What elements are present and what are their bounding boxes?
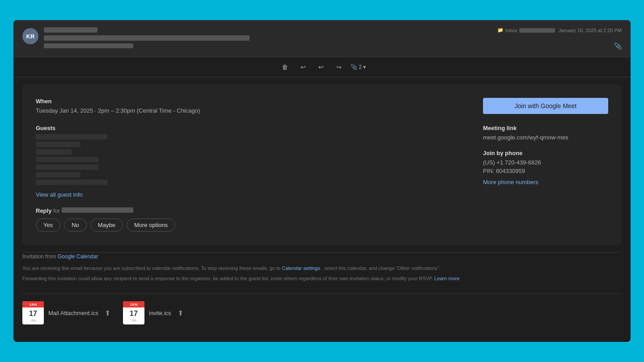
inbox-label: Inbox bbox=[505, 28, 517, 33]
reply-all-icon: ↩ bbox=[318, 63, 324, 71]
inbox-folder-icon: 📁 bbox=[497, 27, 504, 33]
learn-more-link[interactable]: Learn more bbox=[434, 276, 459, 281]
notice-text: You are receiving this email because you… bbox=[22, 265, 280, 271]
guest-item bbox=[36, 142, 80, 147]
paperclip-icon: 📎 bbox=[351, 64, 357, 70]
meeting-link-label: Meeting link bbox=[483, 125, 608, 131]
trash-icon: 🗑 bbox=[282, 63, 288, 71]
email-footer: Invitation from Google Calendar You are … bbox=[13, 253, 631, 294]
attachment-item-1: JAN 17 .ics Mail Attachment.ics ⬆ bbox=[22, 301, 112, 324]
email-toolbar: 🗑 ↩ ↩ ↪ 📎 2 ▾ bbox=[13, 57, 631, 77]
event-right-column: Join with Google Meet Meeting link meet.… bbox=[483, 98, 608, 232]
when-label: When bbox=[36, 98, 465, 105]
reply-label: Reply for bbox=[36, 207, 465, 214]
attachment-item-2: JAN 17 .ics invite.ics ⬆ bbox=[123, 301, 185, 324]
event-card: When Tuesday Jan 14, 2025 · 2pm – 2:30pm… bbox=[22, 84, 622, 245]
attachment-type-2: .ics bbox=[131, 318, 136, 322]
reply-icon: ↩ bbox=[301, 63, 306, 71]
email-header-meta: 📁 Inbox January 10, 2025 at 2:20 PM bbox=[497, 27, 622, 33]
notice-text2: , select this calendar, and change "Othe… bbox=[322, 265, 441, 271]
reply-buttons: Yes No Maybe More options bbox=[36, 219, 465, 232]
more-options-button[interactable]: More options bbox=[127, 219, 175, 232]
attachment-filename-1: Mail Attachment.ics bbox=[48, 310, 98, 316]
reply-button[interactable]: ↩ bbox=[297, 62, 309, 72]
reply-text: Reply bbox=[36, 207, 51, 214]
guests-section: Guests View all guest info bbox=[36, 125, 465, 198]
email-to bbox=[44, 43, 622, 50]
phone-pin: PIN: 604330959 bbox=[483, 168, 608, 174]
more-phone-numbers-link[interactable]: More phone numbers bbox=[483, 179, 538, 185]
email-subject bbox=[44, 35, 622, 42]
attachment-date-1: 17 bbox=[29, 310, 37, 317]
inbox-indicator: 📁 Inbox bbox=[497, 27, 555, 33]
footer-invitation: Invitation from Google Calendar bbox=[22, 253, 622, 261]
google-calendar-link[interactable]: Google Calendar bbox=[58, 253, 98, 260]
reply-section: Reply for Yes No Maybe More options bbox=[36, 207, 465, 232]
maybe-button[interactable]: Maybe bbox=[90, 219, 123, 232]
attachment-month-bar-2: JAN bbox=[123, 301, 144, 307]
attachment-icon-2: JAN 17 .ics bbox=[123, 301, 144, 324]
email-date: January 10, 2025 at 2:20 PM bbox=[559, 28, 622, 33]
guest-item bbox=[36, 180, 107, 185]
meeting-link-section: Meeting link meet.google.com/wyf-qmnw-me… bbox=[483, 125, 608, 141]
guest-item bbox=[36, 149, 72, 155]
footer-forwarding-notice: Forwarding this invitation could allow a… bbox=[22, 275, 622, 282]
attachment-month-bar-1: JAN bbox=[22, 301, 44, 307]
yes-button[interactable]: Yes bbox=[36, 219, 60, 232]
guest-item bbox=[36, 164, 98, 170]
guests-label: Guests bbox=[36, 125, 465, 131]
attachment-download-2[interactable]: ⬆ bbox=[176, 307, 185, 319]
attachment-clip-icon: 📎 bbox=[614, 42, 622, 50]
guest-list bbox=[36, 134, 465, 185]
join-by-phone-label: Join by phone bbox=[483, 150, 608, 156]
delete-button[interactable]: 🗑 bbox=[278, 62, 292, 72]
download-icon-1: ⬆ bbox=[105, 309, 110, 317]
avatar: KR bbox=[22, 28, 38, 44]
attachments-number: 2 bbox=[359, 64, 362, 70]
no-button[interactable]: No bbox=[64, 219, 87, 232]
join-meet-button[interactable]: Join with Google Meet bbox=[483, 98, 608, 114]
view-guest-info-link[interactable]: View all guest info bbox=[36, 191, 83, 198]
reply-for-text: for bbox=[53, 207, 62, 214]
attachment-icon-1: JAN 17 .ics bbox=[22, 301, 44, 324]
calendar-settings-link[interactable]: Calendar settings bbox=[282, 265, 320, 271]
join-by-phone-section: Join by phone (US) +1 720-439-6826 PIN: … bbox=[483, 150, 608, 186]
forwarding-notice-text: Forwarding this invitation could allow a… bbox=[22, 276, 433, 281]
invitation-from-text: Invitation from bbox=[22, 253, 56, 260]
attachment-filename-2: invite.ics bbox=[149, 310, 171, 316]
attachment-download-1[interactable]: ⬆ bbox=[103, 307, 112, 319]
forward-button[interactable]: ↪ bbox=[333, 62, 345, 72]
phone-number: (US) +1 720-439-6826 bbox=[483, 159, 608, 166]
forward-icon: ↪ bbox=[336, 63, 342, 71]
guest-item bbox=[36, 172, 80, 177]
guest-item bbox=[36, 157, 98, 162]
event-when-time: Tuesday Jan 14, 2025 · 2pm – 2:30pm (Cen… bbox=[36, 107, 465, 114]
attachments-section: JAN 17 .ics Mail Attachment.ics ⬆ JAN 17… bbox=[13, 294, 631, 333]
meeting-link-value: meet.google.com/wyf-qmnw-mes bbox=[483, 134, 608, 141]
guest-item bbox=[36, 134, 107, 139]
attachments-count[interactable]: 📎 2 ▾ bbox=[351, 64, 366, 70]
email-header: KR bbox=[13, 20, 631, 57]
attachment-type-1: .ics bbox=[30, 318, 36, 322]
download-icon-2: ⬆ bbox=[178, 309, 183, 317]
event-left-column: When Tuesday Jan 14, 2025 · 2pm – 2:30pm… bbox=[36, 98, 465, 232]
footer-notice: You are receiving this email because you… bbox=[22, 265, 622, 272]
reply-all-button[interactable]: ↩ bbox=[315, 62, 327, 72]
email-window: KR bbox=[13, 20, 631, 342]
chevron-down-icon: ▾ bbox=[363, 64, 366, 70]
attachment-date-2: 17 bbox=[130, 310, 138, 317]
